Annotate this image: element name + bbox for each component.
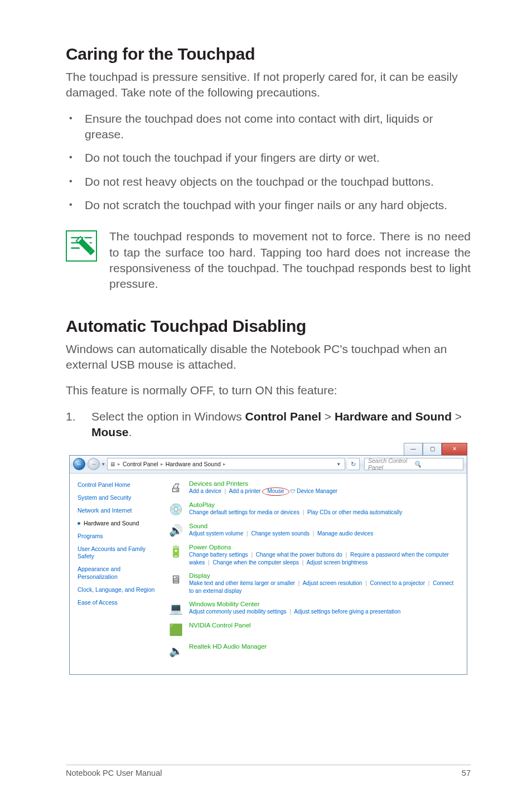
cat-devices-printers: 🖨 Devices and Printers Add a device | Ad… xyxy=(168,480,457,496)
step-bold: Mouse xyxy=(91,426,129,438)
note-block: The touchpad responds to movement not to… xyxy=(66,229,471,292)
step-number: 1. xyxy=(66,409,91,441)
search-icon: 🔍 xyxy=(414,461,460,468)
cat-display: 🖥 Display Make text and other items larg… xyxy=(168,572,457,595)
cat-title[interactable]: Windows Mobility Center xyxy=(189,601,457,607)
cat-links[interactable]: Adjust system volume | Change system sou… xyxy=(189,530,457,538)
refresh-button[interactable]: ↻ xyxy=(347,458,360,470)
breadcrumb-sep-icon: ▸ xyxy=(118,461,120,467)
cat-title[interactable]: Sound xyxy=(189,523,457,529)
cat-autoplay: 💿 AutoPlay Change default settings for m… xyxy=(168,501,457,517)
breadcrumb[interactable]: 🖥 ▸ Control Panel ▸ Hardware and Sound ▸… xyxy=(107,458,345,470)
cat-title[interactable]: Realtek HD Audio Manager xyxy=(189,643,457,650)
cat-links[interactable]: Change battery settings | Change what th… xyxy=(189,551,457,567)
step-content: Select the option in Windows Control Pan… xyxy=(91,409,471,441)
section2-p2: This feature is normally OFF, to turn ON… xyxy=(66,383,471,398)
sidebar-item-clock-language[interactable]: Clock, Language, and Region xyxy=(78,586,160,593)
sidebar-item-appearance[interactable]: Appearance and Personalization xyxy=(78,566,160,580)
cat-title[interactable]: AutoPlay xyxy=(189,501,457,508)
history-dropdown[interactable]: ▾ xyxy=(102,461,105,467)
realtek-icon: 🔈 xyxy=(168,643,183,659)
breadcrumb-item[interactable]: Control Panel xyxy=(123,461,158,467)
bullet-item: Do not scratch the touchpad with your fi… xyxy=(66,197,471,213)
disc-icon: 💿 xyxy=(168,501,183,517)
cat-title[interactable]: NVIDIA Control Panel xyxy=(189,622,457,629)
cat-title[interactable]: Power Options xyxy=(189,544,457,550)
sidebar-item-ease-of-access[interactable]: Ease of Access xyxy=(78,599,160,606)
bullet-item: Ensure the touchpad does not come into c… xyxy=(66,111,471,143)
laptop-icon: 💻 xyxy=(168,601,183,616)
breadcrumb-sep-icon: ▸ xyxy=(161,461,163,467)
breadcrumb-sep-icon: ▸ xyxy=(223,461,226,467)
step-sep: > xyxy=(452,410,462,423)
breadcrumb-item[interactable]: Hardware and Sound xyxy=(166,461,221,467)
cat-power-options: 🔋 Power Options Change battery settings … xyxy=(168,544,457,567)
close-button[interactable]: ✕ xyxy=(442,443,467,455)
cat-links[interactable]: Adjust commonly used mobility settings |… xyxy=(189,608,457,616)
bullet-item: Do not touch the touchpad if your finger… xyxy=(66,150,471,166)
breadcrumb-root-icon: 🖥 xyxy=(110,461,115,467)
maximize-button[interactable]: ▢ xyxy=(423,443,442,455)
back-button[interactable]: ← xyxy=(73,458,85,470)
step-1: 1. Select the option in Windows Control … xyxy=(66,409,471,441)
page-footer: Notebook PC User Manual 57 xyxy=(66,765,471,777)
cat-mobility-center: 💻 Windows Mobility Center Adjust commonl… xyxy=(168,601,457,616)
current-marker-icon xyxy=(78,522,80,525)
cat-links[interactable]: Make text and other items larger or smal… xyxy=(189,579,457,595)
sidebar-item-network-internet[interactable]: Network and Internet xyxy=(78,507,160,514)
window-chrome: — ▢ ✕ xyxy=(404,443,467,455)
section1-intro: The touchpad is pressure sensitive. If n… xyxy=(66,69,471,101)
battery-icon: 🔋 xyxy=(168,544,183,559)
section1-title: Caring for the Touchpad xyxy=(66,45,471,64)
note-text: The touchpad responds to movement not to… xyxy=(109,229,471,292)
section2-p1: Windows can automatically disable the No… xyxy=(66,341,471,373)
cat-title[interactable]: Devices and Printers xyxy=(189,480,457,487)
sidebar-item-programs[interactable]: Programs xyxy=(78,533,160,540)
cat-title[interactable]: Display xyxy=(189,572,457,579)
sidebar-item-system-security[interactable]: System and Security xyxy=(78,494,160,501)
cp-body: Control Panel Home System and Security N… xyxy=(70,474,467,674)
precautions-list: Ensure the touchpad does not come into c… xyxy=(66,111,471,214)
footer-title: Notebook PC User Manual xyxy=(66,769,162,777)
speaker-icon: 🔊 xyxy=(168,523,183,538)
search-input[interactable]: Search Control Panel 🔍 xyxy=(364,458,463,470)
breadcrumb-dropdown-icon[interactable]: ▾ xyxy=(337,461,342,467)
control-panel-window: — ▢ ✕ ← → ▾ 🖥 ▸ Control Panel ▸ Hardware… xyxy=(69,455,467,675)
bullet-item: Do not rest heavy objects on the touchpa… xyxy=(66,174,471,190)
cp-sidebar: Control Panel Home System and Security N… xyxy=(70,474,166,674)
cat-sound: 🔊 Sound Adjust system volume | Change sy… xyxy=(168,523,457,538)
step-text: Select the option in Windows xyxy=(91,410,245,423)
step-text: . xyxy=(129,426,132,438)
sidebar-item-hardware-sound[interactable]: Hardware and Sound xyxy=(84,520,139,527)
cat-links[interactable]: Change default settings for media or dev… xyxy=(189,509,457,516)
page-number: 57 xyxy=(462,769,471,777)
cat-realtek: 🔈 Realtek HD Audio Manager xyxy=(168,643,457,659)
sidebar-item-user-accounts[interactable]: User Accounts and Family Safety xyxy=(78,545,160,560)
step-bold: Control Panel xyxy=(245,410,321,423)
minimize-button[interactable]: — xyxy=(404,443,423,455)
section2-title: Automatic Touchpad Disabling xyxy=(66,317,471,336)
step-bold: Hardware and Sound xyxy=(335,410,452,423)
cp-main: 🖨 Devices and Printers Add a device | Ad… xyxy=(166,474,467,674)
note-icon xyxy=(66,230,97,262)
nvidia-icon: 🟩 xyxy=(168,622,183,637)
printer-icon: 🖨 xyxy=(168,480,183,496)
step-sep: > xyxy=(321,410,335,423)
cat-nvidia: 🟩 NVIDIA Control Panel xyxy=(168,622,457,637)
sidebar-home[interactable]: Control Panel Home xyxy=(78,481,160,489)
forward-button[interactable]: → xyxy=(88,458,100,470)
monitor-icon: 🖥 xyxy=(168,572,183,588)
cat-links[interactable]: Add a device | Add a printer Mouse 🛡Devi… xyxy=(189,487,457,495)
nav-bar: ← → ▾ 🖥 ▸ Control Panel ▸ Hardware and S… xyxy=(70,456,467,474)
search-placeholder: Search Control Panel xyxy=(368,457,414,471)
